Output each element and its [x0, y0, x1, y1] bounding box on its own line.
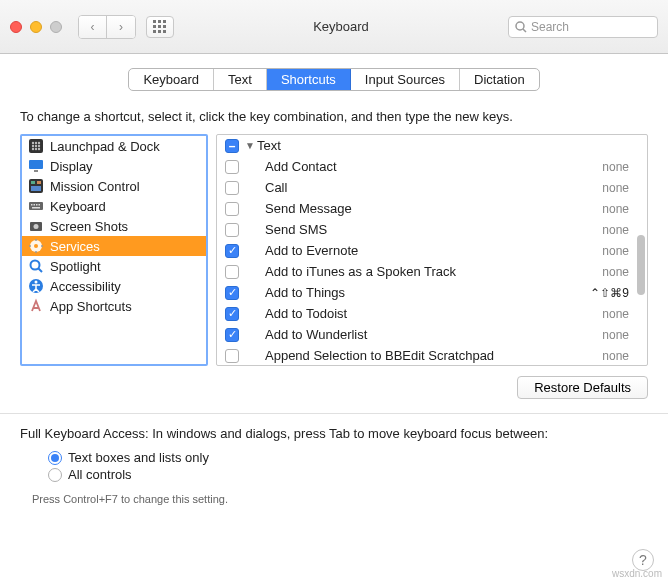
category-mission-control[interactable]: Mission Control [22, 176, 206, 196]
services-icon [28, 238, 44, 254]
svg-point-9 [516, 22, 524, 30]
tab-dictation[interactable]: Dictation [460, 69, 539, 90]
service-checkbox[interactable] [225, 244, 239, 258]
service-label: Send SMS [245, 222, 593, 237]
category-keyboard[interactable]: Keyboard [22, 196, 206, 216]
service-label: Send Message [245, 201, 593, 216]
category-services[interactable]: Services [22, 236, 206, 256]
service-shortcut[interactable]: none [593, 202, 643, 216]
service-checkbox[interactable] [225, 349, 239, 363]
service-shortcut[interactable]: none [593, 160, 643, 174]
category-accessibility[interactable]: Accessibility [22, 276, 206, 296]
tab-shortcuts[interactable]: Shortcuts [267, 69, 351, 90]
help-icon: ? [639, 552, 647, 568]
screenshot-icon [28, 218, 44, 234]
svg-rect-4 [158, 25, 161, 28]
show-all-button[interactable] [146, 16, 174, 38]
svg-point-20 [38, 148, 40, 150]
service-row[interactable]: Send Message none [217, 198, 647, 219]
svg-point-17 [38, 145, 40, 147]
search-icon [515, 21, 527, 33]
service-checkbox[interactable] [225, 181, 239, 195]
restore-defaults-button[interactable]: Restore Defaults [517, 376, 648, 399]
service-row[interactable]: Add to Wunderlist none [217, 324, 647, 345]
svg-rect-31 [39, 204, 41, 206]
search-placeholder: Search [531, 20, 569, 34]
category-label: Accessibility [50, 279, 121, 294]
svg-point-18 [32, 148, 34, 150]
service-label: Add Contact [245, 159, 593, 174]
svg-point-14 [38, 142, 40, 144]
category-spotlight[interactable]: Spotlight [22, 256, 206, 276]
tab-bar: Keyboard Text Shortcuts Input Sources Di… [128, 68, 539, 91]
service-row[interactable]: Add Contact none [217, 156, 647, 177]
service-row[interactable]: Add to Things ⌃⇧⌘9 [217, 282, 647, 303]
svg-rect-28 [31, 204, 33, 206]
radio-button[interactable] [48, 468, 62, 482]
service-shortcut[interactable]: none [593, 307, 643, 321]
category-launchpad[interactable]: Launchpad & Dock [22, 136, 206, 156]
svg-point-16 [35, 145, 37, 147]
service-checkbox[interactable] [225, 328, 239, 342]
mission-control-icon [28, 178, 44, 194]
service-checkbox[interactable] [225, 307, 239, 321]
service-checkbox[interactable] [225, 265, 239, 279]
service-row[interactable]: Add to Evernote none [217, 240, 647, 261]
radio-text-boxes-only[interactable]: Text boxes and lists only [48, 449, 648, 466]
services-list[interactable]: ▼ Text Add Contact none Call none Send M… [216, 134, 648, 366]
service-shortcut[interactable]: none [593, 223, 643, 237]
svg-rect-26 [31, 186, 41, 191]
category-app-shortcuts[interactable]: App Shortcuts [22, 296, 206, 316]
svg-point-34 [34, 224, 39, 229]
service-shortcut[interactable]: none [593, 349, 643, 363]
minimize-icon[interactable] [30, 21, 42, 33]
zoom-icon[interactable] [50, 21, 62, 33]
category-screen-shots[interactable]: Screen Shots [22, 216, 206, 236]
disclosure-triangle-icon[interactable]: ▼ [245, 140, 255, 151]
service-label: Add to Evernote [245, 243, 593, 258]
search-input[interactable]: Search [508, 16, 658, 38]
forward-button[interactable]: › [107, 16, 135, 38]
service-shortcut[interactable]: none [593, 181, 643, 195]
category-list[interactable]: Launchpad & Dock Display Mission Control… [20, 134, 208, 366]
service-shortcut[interactable]: ⌃⇧⌘9 [590, 286, 643, 300]
launchpad-icon [28, 138, 44, 154]
service-checkbox[interactable] [225, 286, 239, 300]
svg-rect-24 [31, 181, 35, 184]
svg-rect-8 [163, 30, 166, 33]
service-row[interactable]: Call none [217, 177, 647, 198]
close-icon[interactable] [10, 21, 22, 33]
service-shortcut[interactable]: none [593, 265, 643, 279]
svg-rect-30 [36, 204, 38, 206]
category-label: Screen Shots [50, 219, 128, 234]
category-label: Spotlight [50, 259, 101, 274]
access-hint: Press Control+F7 to change this setting. [0, 483, 668, 505]
tab-text[interactable]: Text [214, 69, 267, 90]
spotlight-icon [28, 258, 44, 274]
category-display[interactable]: Display [22, 156, 206, 176]
service-row[interactable]: Send SMS none [217, 219, 647, 240]
radio-label: All controls [68, 467, 132, 482]
svg-rect-1 [158, 20, 161, 23]
service-shortcut[interactable]: none [593, 328, 643, 342]
service-row[interactable]: Add to Todoist none [217, 303, 647, 324]
category-label: Keyboard [50, 199, 106, 214]
radio-all-controls[interactable]: All controls [48, 466, 648, 483]
tab-keyboard[interactable]: Keyboard [129, 69, 214, 90]
back-button[interactable]: ‹ [79, 16, 107, 38]
service-label: Add to Wunderlist [245, 327, 593, 342]
service-checkbox[interactable] [225, 160, 239, 174]
service-checkbox[interactable] [225, 223, 239, 237]
svg-rect-7 [158, 30, 161, 33]
radio-button[interactable] [48, 451, 62, 465]
scrollbar-thumb[interactable] [637, 235, 645, 295]
service-shortcut[interactable]: none [593, 244, 643, 258]
accessibility-icon [28, 278, 44, 294]
service-row[interactable]: Add to iTunes as a Spoken Track none [217, 261, 647, 282]
group-checkbox[interactable] [225, 139, 239, 153]
tab-input-sources[interactable]: Input Sources [351, 69, 460, 90]
service-checkbox[interactable] [225, 202, 239, 216]
services-group-header[interactable]: ▼ Text [217, 135, 647, 156]
svg-rect-5 [163, 25, 166, 28]
service-row[interactable]: Append Selection to BBEdit Scratchpad no… [217, 345, 647, 366]
